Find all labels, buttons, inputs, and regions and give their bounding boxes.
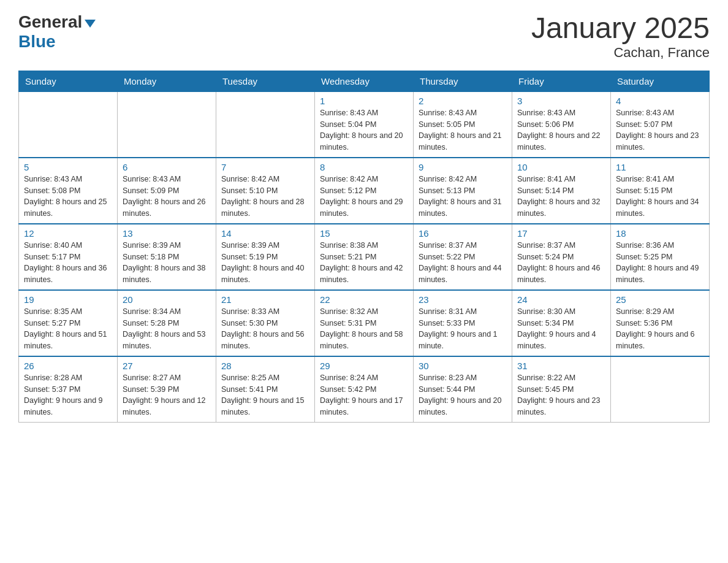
table-row: 17Sunrise: 8:37 AMSunset: 5:24 PMDayligh… — [512, 224, 611, 290]
day-info: Sunrise: 8:35 AMSunset: 5:27 PMDaylight:… — [24, 306, 112, 352]
table-row: 20Sunrise: 8:34 AMSunset: 5:28 PMDayligh… — [118, 290, 216, 356]
day-info: Sunrise: 8:38 AMSunset: 5:21 PMDaylight:… — [320, 240, 408, 286]
table-row: 16Sunrise: 8:37 AMSunset: 5:22 PMDayligh… — [414, 224, 512, 290]
table-row — [19, 91, 118, 158]
table-row — [216, 91, 315, 158]
day-info: Sunrise: 8:41 AMSunset: 5:14 PMDaylight:… — [517, 174, 605, 220]
logo: General Blue — [18, 12, 96, 52]
table-row: 19Sunrise: 8:35 AMSunset: 5:27 PMDayligh… — [19, 290, 118, 356]
table-row — [611, 356, 710, 423]
calendar-week-row: 12Sunrise: 8:40 AMSunset: 5:17 PMDayligh… — [19, 224, 710, 290]
day-info: Sunrise: 8:39 AMSunset: 5:19 PMDaylight:… — [221, 240, 309, 286]
table-row: 11Sunrise: 8:41 AMSunset: 5:15 PMDayligh… — [611, 158, 710, 224]
day-info: Sunrise: 8:42 AMSunset: 5:12 PMDaylight:… — [320, 174, 408, 220]
day-info: Sunrise: 8:34 AMSunset: 5:28 PMDaylight:… — [123, 306, 211, 352]
title-section: January 2025 Cachan, France — [531, 12, 710, 61]
day-info: Sunrise: 8:24 AMSunset: 5:42 PMDaylight:… — [320, 372, 408, 418]
day-info: Sunrise: 8:23 AMSunset: 5:44 PMDaylight:… — [419, 372, 507, 418]
calendar-week-row: 5Sunrise: 8:43 AMSunset: 5:08 PMDaylight… — [19, 158, 710, 224]
header-monday: Monday — [118, 71, 216, 91]
day-number: 24 — [517, 294, 605, 305]
table-row: 27Sunrise: 8:27 AMSunset: 5:39 PMDayligh… — [118, 356, 216, 423]
day-info: Sunrise: 8:25 AMSunset: 5:41 PMDaylight:… — [221, 372, 309, 418]
day-number: 2 — [419, 96, 507, 106]
day-info: Sunrise: 8:31 AMSunset: 5:33 PMDaylight:… — [419, 306, 507, 352]
day-number: 18 — [616, 228, 704, 239]
day-info: Sunrise: 8:43 AMSunset: 5:04 PMDaylight:… — [320, 107, 408, 153]
day-number: 7 — [221, 162, 309, 172]
calendar-title: January 2025 — [531, 12, 710, 45]
logo-blue-text: Blue — [18, 32, 56, 51]
day-number: 26 — [24, 361, 112, 371]
day-number: 31 — [517, 361, 605, 371]
day-info: Sunrise: 8:43 AMSunset: 5:07 PMDaylight:… — [616, 107, 704, 153]
day-number: 10 — [517, 162, 605, 172]
table-row: 26Sunrise: 8:28 AMSunset: 5:37 PMDayligh… — [19, 356, 118, 423]
table-row: 5Sunrise: 8:43 AMSunset: 5:08 PMDaylight… — [19, 158, 118, 224]
calendar-week-row: 19Sunrise: 8:35 AMSunset: 5:27 PMDayligh… — [19, 290, 710, 356]
day-number: 16 — [419, 228, 507, 239]
day-info: Sunrise: 8:42 AMSunset: 5:13 PMDaylight:… — [419, 174, 507, 220]
day-number: 1 — [320, 96, 408, 106]
table-row: 18Sunrise: 8:36 AMSunset: 5:25 PMDayligh… — [611, 224, 710, 290]
day-number: 13 — [123, 228, 211, 239]
day-number: 27 — [123, 361, 211, 371]
table-row: 25Sunrise: 8:29 AMSunset: 5:36 PMDayligh… — [611, 290, 710, 356]
day-number: 28 — [221, 361, 309, 371]
table-row: 10Sunrise: 8:41 AMSunset: 5:14 PMDayligh… — [512, 158, 611, 224]
table-row: 7Sunrise: 8:42 AMSunset: 5:10 PMDaylight… — [216, 158, 315, 224]
table-row: 1Sunrise: 8:43 AMSunset: 5:04 PMDaylight… — [315, 91, 414, 158]
day-info: Sunrise: 8:39 AMSunset: 5:18 PMDaylight:… — [123, 240, 211, 286]
day-number: 22 — [320, 294, 408, 305]
header-sunday: Sunday — [19, 71, 118, 91]
day-number: 9 — [419, 162, 507, 172]
day-number: 4 — [616, 96, 704, 106]
logo-triangle-icon — [85, 20, 96, 28]
day-info: Sunrise: 8:29 AMSunset: 5:36 PMDaylight:… — [616, 306, 704, 352]
day-info: Sunrise: 8:28 AMSunset: 5:37 PMDaylight:… — [24, 372, 112, 418]
day-number: 5 — [24, 162, 112, 172]
table-row: 24Sunrise: 8:30 AMSunset: 5:34 PMDayligh… — [512, 290, 611, 356]
day-info: Sunrise: 8:27 AMSunset: 5:39 PMDaylight:… — [123, 372, 211, 418]
day-info: Sunrise: 8:33 AMSunset: 5:30 PMDaylight:… — [221, 306, 309, 352]
day-number: 12 — [24, 228, 112, 239]
table-row: 23Sunrise: 8:31 AMSunset: 5:33 PMDayligh… — [414, 290, 512, 356]
day-number: 3 — [517, 96, 605, 106]
header-friday: Friday — [512, 71, 611, 91]
day-info: Sunrise: 8:42 AMSunset: 5:10 PMDaylight:… — [221, 174, 309, 220]
table-row: 8Sunrise: 8:42 AMSunset: 5:12 PMDaylight… — [315, 158, 414, 224]
table-row: 30Sunrise: 8:23 AMSunset: 5:44 PMDayligh… — [414, 356, 512, 423]
day-info: Sunrise: 8:32 AMSunset: 5:31 PMDaylight:… — [320, 306, 408, 352]
day-number: 14 — [221, 228, 309, 239]
table-row: 2Sunrise: 8:43 AMSunset: 5:05 PMDaylight… — [414, 91, 512, 158]
header-tuesday: Tuesday — [216, 71, 315, 91]
table-row: 4Sunrise: 8:43 AMSunset: 5:07 PMDaylight… — [611, 91, 710, 158]
day-number: 15 — [320, 228, 408, 239]
table-row: 14Sunrise: 8:39 AMSunset: 5:19 PMDayligh… — [216, 224, 315, 290]
day-info: Sunrise: 8:40 AMSunset: 5:17 PMDaylight:… — [24, 240, 112, 286]
table-row: 22Sunrise: 8:32 AMSunset: 5:31 PMDayligh… — [315, 290, 414, 356]
day-number: 29 — [320, 361, 408, 371]
day-number: 23 — [419, 294, 507, 305]
day-info: Sunrise: 8:30 AMSunset: 5:34 PMDaylight:… — [517, 306, 605, 352]
day-number: 20 — [123, 294, 211, 305]
day-info: Sunrise: 8:36 AMSunset: 5:25 PMDaylight:… — [616, 240, 704, 286]
day-number: 30 — [419, 361, 507, 371]
table-row: 9Sunrise: 8:42 AMSunset: 5:13 PMDaylight… — [414, 158, 512, 224]
table-row: 31Sunrise: 8:22 AMSunset: 5:45 PMDayligh… — [512, 356, 611, 423]
day-info: Sunrise: 8:43 AMSunset: 5:06 PMDaylight:… — [517, 107, 605, 153]
day-number: 8 — [320, 162, 408, 172]
table-row: 3Sunrise: 8:43 AMSunset: 5:06 PMDaylight… — [512, 91, 611, 158]
header-wednesday: Wednesday — [315, 71, 414, 91]
day-info: Sunrise: 8:43 AMSunset: 5:08 PMDaylight:… — [24, 174, 112, 220]
day-number: 6 — [123, 162, 211, 172]
day-info: Sunrise: 8:43 AMSunset: 5:05 PMDaylight:… — [419, 107, 507, 153]
table-row: 13Sunrise: 8:39 AMSunset: 5:18 PMDayligh… — [118, 224, 216, 290]
day-info: Sunrise: 8:41 AMSunset: 5:15 PMDaylight:… — [616, 174, 704, 220]
day-info: Sunrise: 8:22 AMSunset: 5:45 PMDaylight:… — [517, 372, 605, 418]
table-row: 28Sunrise: 8:25 AMSunset: 5:41 PMDayligh… — [216, 356, 315, 423]
header-saturday: Saturday — [611, 71, 710, 91]
calendar-subtitle: Cachan, France — [531, 45, 710, 61]
day-number: 21 — [221, 294, 309, 305]
calendar-week-row: 1Sunrise: 8:43 AMSunset: 5:04 PMDaylight… — [19, 91, 710, 158]
